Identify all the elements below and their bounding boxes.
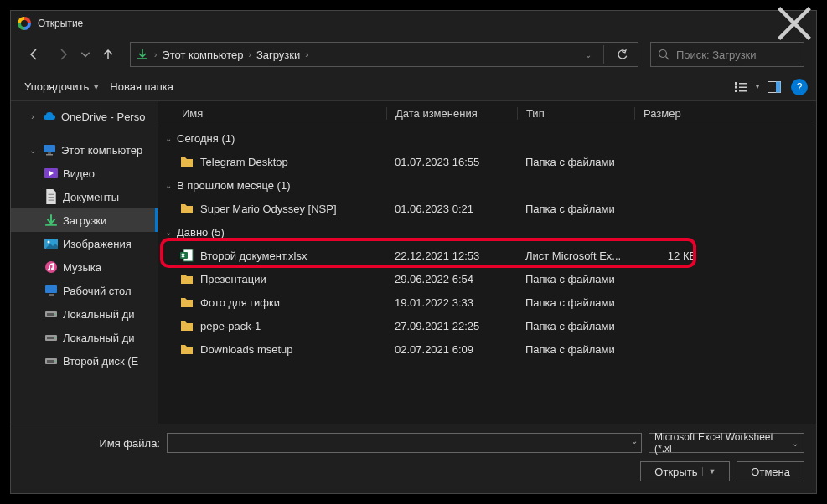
toolbar: Упорядочить▼ Новая папка ?: [11, 73, 816, 101]
sidebar-item-local-disk-1[interactable]: Локальный ди: [11, 302, 158, 326]
column-name[interactable]: Имя: [158, 107, 386, 120]
column-type[interactable]: Тип: [517, 107, 634, 120]
svg-rect-6: [739, 90, 747, 92]
group-long-ago[interactable]: ⌄Давно (5): [158, 220, 816, 244]
dropdown-icon: ⌄: [792, 439, 799, 448]
documents-icon: [44, 190, 58, 203]
sidebar-item-images[interactable]: Изображения: [11, 232, 158, 255]
preview-pane-icon: [768, 81, 781, 93]
svg-rect-31: [180, 252, 188, 259]
file-list: Имя Дата изменения Тип Размер ⌄Сегодня (…: [158, 101, 816, 424]
dropdown-icon[interactable]: ⌄: [631, 436, 638, 445]
file-row[interactable]: Telegram Desktop 01.07.2023 16:55 Папка …: [158, 150, 816, 173]
preview-pane-button[interactable]: [762, 76, 786, 98]
sidebar-item-downloads[interactable]: Загрузки: [11, 208, 158, 232]
sidebar-item-documents[interactable]: Документы: [11, 185, 158, 208]
svg-rect-4: [739, 83, 747, 85]
sidebar-item-local-disk-2[interactable]: Локальный ди: [11, 326, 158, 349]
close-button[interactable]: [776, 11, 813, 36]
address-bar[interactable]: › Этот компьютер › Загрузки › ⌄: [130, 42, 638, 67]
sidebar-item-desktop[interactable]: Рабочий стол: [11, 279, 158, 302]
svg-point-29: [54, 361, 56, 363]
breadcrumb-this-pc[interactable]: Этот компьютер: [162, 49, 243, 61]
folder-icon: [180, 202, 194, 215]
sidebar-item-music[interactable]: Музыка: [11, 255, 158, 279]
help-button[interactable]: ?: [791, 79, 808, 95]
dialog-body: › OneDrive - Perso ⌄ Этот компьютер Виде…: [11, 101, 816, 424]
search-input[interactable]: Поиск: Загрузки: [650, 42, 804, 67]
file-row[interactable]: Downloads msetup 02.07.2021 6:09 Папка с…: [158, 337, 816, 361]
svg-rect-22: [47, 313, 54, 316]
filename-input[interactable]: ⌄: [167, 433, 642, 453]
folder-icon: [180, 319, 194, 332]
caret-down-icon: ▼: [92, 83, 100, 91]
sidebar-item-second-disk[interactable]: Второй диск (E: [11, 349, 158, 373]
view-mode-button[interactable]: [729, 76, 762, 98]
svg-rect-3: [735, 90, 737, 92]
images-icon: [44, 237, 58, 250]
svg-rect-2: [735, 85, 737, 88]
sidebar-item-video[interactable]: Видео: [11, 162, 158, 185]
disk-icon: [44, 331, 58, 344]
address-history-dropdown[interactable]: ⌄: [581, 50, 595, 59]
group-today[interactable]: ⌄Сегодня (1): [158, 126, 816, 150]
split-caret-icon[interactable]: ▼: [702, 467, 716, 476]
svg-rect-20: [49, 294, 54, 296]
filename-label: Имя файла:: [23, 437, 160, 450]
column-date[interactable]: Дата изменения: [386, 107, 517, 120]
downloads-icon: [136, 48, 149, 61]
file-open-dialog: Открытие › Этот компьютер › Загрузки › ⌄…: [10, 10, 817, 494]
refresh-button[interactable]: [612, 44, 633, 64]
search-icon: [658, 49, 669, 60]
window-title: Открытие: [38, 18, 83, 29]
svg-rect-5: [739, 86, 747, 88]
chevron-right-icon[interactable]: ›: [154, 50, 157, 59]
nav-up[interactable]: [96, 43, 120, 66]
music-icon: [44, 260, 58, 274]
column-size[interactable]: Размер: [634, 107, 710, 120]
svg-rect-14: [49, 197, 54, 198]
search-placeholder: Поиск: Загрузки: [676, 49, 757, 61]
svg-point-17: [48, 241, 50, 244]
folder-icon: [180, 296, 194, 309]
svg-point-26: [54, 337, 56, 339]
file-row[interactable]: pepe-pack-1 27.09.2021 22:25 Папка с фай…: [158, 314, 816, 337]
excel-icon: [180, 249, 194, 262]
file-row[interactable]: Super Mario Odyssey [NSP] 01.06.2023 0:2…: [158, 197, 816, 220]
svg-rect-19: [45, 285, 57, 293]
breadcrumb-downloads[interactable]: Загрузки: [256, 49, 300, 61]
new-folder-button[interactable]: Новая папка: [105, 77, 178, 96]
svg-rect-15: [49, 199, 54, 200]
file-row-highlighted[interactable]: Второй документ.xlsx 22.12.2021 12:53 Ли…: [158, 244, 816, 267]
file-row[interactable]: Презентации 29.06.2022 6:54 Папка с файл…: [158, 267, 816, 291]
chrome-icon: [18, 17, 31, 30]
nav-recent-dropdown[interactable]: [80, 43, 91, 66]
svg-rect-28: [47, 360, 54, 363]
svg-point-0: [659, 50, 667, 58]
svg-rect-8: [776, 81, 781, 92]
video-icon: [44, 167, 58, 180]
folder-icon: [180, 342, 194, 356]
group-last-month[interactable]: ⌄В прошлом месяце (1): [158, 173, 816, 197]
nav-forward[interactable]: [51, 43, 75, 66]
list-view-icon: [734, 81, 747, 93]
chevron-down-icon: ⌄: [165, 228, 172, 237]
downloads-folder-icon: [44, 213, 58, 227]
svg-rect-11: [46, 154, 53, 156]
file-row[interactable]: Фото для гифки 19.01.2022 3:33 Папка с ф…: [158, 291, 816, 314]
chevron-right-icon[interactable]: ›: [249, 50, 251, 59]
chevron-down-icon: ⌄: [165, 134, 172, 143]
chevron-right-icon[interactable]: ›: [305, 50, 308, 59]
organize-button[interactable]: Упорядочить▼: [19, 77, 105, 96]
cancel-button[interactable]: Отмена: [737, 461, 804, 481]
file-type-filter[interactable]: Microsoft Excel Worksheet (*.xl ⌄: [649, 433, 804, 453]
sidebar-item-this-pc[interactable]: ⌄ Этот компьютер: [11, 138, 158, 162]
nav-back[interactable]: [23, 43, 46, 66]
collapse-icon: ⌄: [28, 146, 38, 155]
nav-row: › Этот компьютер › Загрузки › ⌄ Поиск: З…: [11, 36, 816, 73]
folder-icon: [180, 272, 194, 285]
sidebar-item-onedrive[interactable]: › OneDrive - Perso: [11, 105, 158, 128]
svg-point-23: [54, 314, 56, 316]
open-button[interactable]: Открыть▼: [640, 461, 730, 481]
svg-rect-13: [49, 194, 54, 195]
